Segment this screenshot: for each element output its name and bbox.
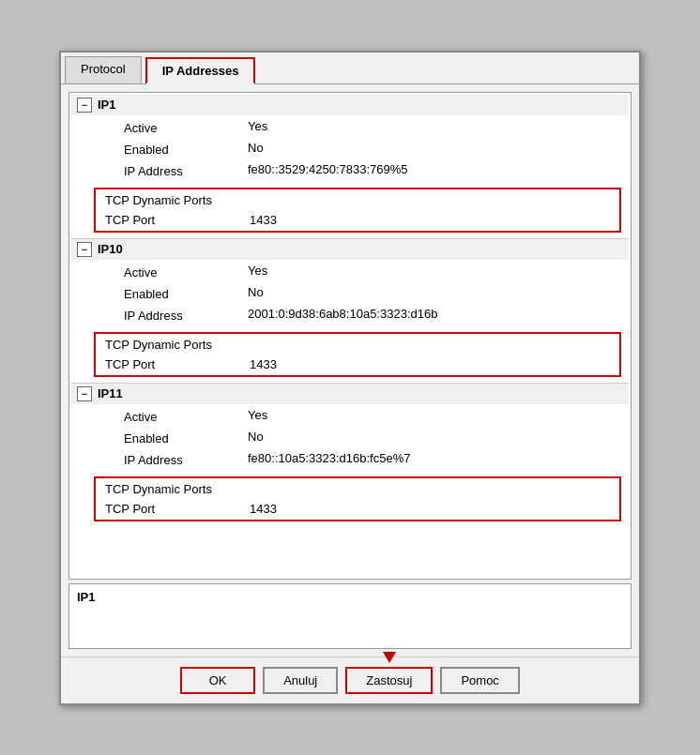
tab-bar: Protocol IP Addresses <box>61 53 639 84</box>
content-area: − IP1 Active Yes Enabled No IP <box>61 84 639 657</box>
status-text: IP1 <box>77 590 96 604</box>
ip11-active-label: Active <box>98 408 248 426</box>
ok-button[interactable]: OK <box>180 667 255 694</box>
button-row: OK Anuluj Zastosuj Pomoc <box>61 657 639 703</box>
ip10-tcp-port-label: TCP Port <box>98 355 248 373</box>
ip10-subsection: TCP Dynamic Ports TCP Port 1433 <box>94 332 621 377</box>
tree-panel[interactable]: − IP1 Active Yes Enabled No IP <box>68 92 632 580</box>
ip10-active-label: Active <box>98 264 248 281</box>
section-header-ip10[interactable]: − IP10 <box>71 238 629 260</box>
ip1-enabled-row: Enabled No <box>71 139 629 160</box>
section-label-ip1: IP1 <box>98 98 116 112</box>
ip11-subsection: TCP Dynamic Ports TCP Port 1433 <box>94 476 621 521</box>
arrow-down-icon <box>383 652 396 663</box>
ip10-active-row: Active Yes <box>71 262 629 283</box>
ip11-tcp-dynamic-label: TCP Dynamic Ports <box>98 480 248 498</box>
collapse-icon-ip1[interactable]: − <box>77 98 92 113</box>
ip11-tcp-port-row: TCP Port 1433 <box>98 500 617 518</box>
ip11-active-row: Active Yes <box>71 406 629 428</box>
ip1-enabled-label: Enabled <box>98 141 248 159</box>
dialog-window: Protocol IP Addresses − IP1 <box>59 51 641 705</box>
ip1-enabled-value: No <box>248 141 621 159</box>
ip10-active-value: Yes <box>248 264 621 281</box>
section-header-ip1[interactable]: − IP1 <box>71 95 629 115</box>
ip10-address-value: 2001:0:9d38:6ab8:10a5:3323:d16b <box>248 307 621 325</box>
status-bar: IP1 <box>68 583 632 649</box>
section-label-ip11: IP11 <box>98 386 123 400</box>
ip11-address-row: IP Address fe80::10a5:3323:d16b:fc5e%7 <box>71 449 629 471</box>
ip1-active-row: Active Yes <box>71 117 629 139</box>
ip11-tcp-port-value: 1433 <box>250 500 617 518</box>
ip10-tcp-dynamic-row: TCP Dynamic Ports <box>98 336 617 354</box>
ip1-tcp-dynamic-label: TCP Dynamic Ports <box>98 191 248 209</box>
section-header-ip11[interactable]: − IP11 <box>71 383 629 404</box>
ip10-tcp-dynamic-value <box>250 336 617 354</box>
collapse-icon-ip11[interactable]: − <box>77 386 92 401</box>
ip11-enabled-label: Enabled <box>98 430 248 447</box>
ip1-subsection-row: TCP Dynamic Ports TCP Port 1433 <box>71 184 629 236</box>
ip11-enabled-value: No <box>248 430 621 447</box>
ip10-tcp-port-value: 1433 <box>250 355 617 373</box>
ip1-active-label: Active <box>98 119 248 137</box>
tab-ip-addresses[interactable]: IP Addresses <box>145 57 256 84</box>
ip1-subsection: TCP Dynamic Ports TCP Port 1433 <box>94 188 621 233</box>
pomoc-button[interactable]: Pomoc <box>440 667 519 694</box>
ip11-subsection-row: TCP Dynamic Ports TCP Port 1433 <box>71 473 629 523</box>
ip10-address-label: IP Address <box>98 307 248 325</box>
collapse-icon-ip10[interactable]: − <box>77 242 92 257</box>
ip10-enabled-value: No <box>248 285 621 303</box>
ip11-tcp-dynamic-row: TCP Dynamic Ports <box>98 480 617 498</box>
ip1-address-value: fe80::3529:4250:7833:769%5 <box>248 162 621 180</box>
ip10-address-row: IP Address 2001:0:9d38:6ab8:10a5:3323:d1… <box>71 305 629 326</box>
ip11-tcp-port-label: TCP Port <box>98 500 248 518</box>
ip1-tcp-dynamic-value <box>250 191 617 209</box>
ip10-subsection-row: TCP Dynamic Ports TCP Port 1433 <box>71 328 629 381</box>
ip1-tcp-port-row: TCP Port 1433 <box>98 211 617 229</box>
ip10-tcp-port-row: TCP Port 1433 <box>98 355 617 373</box>
section-label-ip10: IP10 <box>98 242 123 256</box>
ip1-tcp-port-label: TCP Port <box>98 211 248 229</box>
ip11-address-label: IP Address <box>98 451 248 469</box>
ip10-tcp-dynamic-label: TCP Dynamic Ports <box>98 336 248 354</box>
ip-tree: − IP1 Active Yes Enabled No IP <box>69 93 631 525</box>
ip11-tcp-dynamic-value <box>250 480 617 498</box>
ip10-enabled-row: Enabled No <box>71 283 629 305</box>
ip1-active-value: Yes <box>248 119 621 137</box>
anuluj-button[interactable]: Anuluj <box>263 667 338 694</box>
ip11-enabled-row: Enabled No <box>71 428 629 449</box>
ip10-enabled-label: Enabled <box>98 285 248 303</box>
ip1-tcp-port-value: 1433 <box>250 211 617 229</box>
zastosuj-button[interactable]: Zastosuj <box>345 667 433 694</box>
ip11-address-value: fe80::10a5:3323:d16b:fc5e%7 <box>248 451 621 469</box>
ip1-address-label: IP Address <box>98 162 248 180</box>
ip1-tcp-dynamic-row: TCP Dynamic Ports <box>98 191 617 209</box>
tab-protocol[interactable]: Protocol <box>65 56 142 83</box>
ip11-active-value: Yes <box>248 408 621 426</box>
ip1-address-row: IP Address fe80::3529:4250:7833:769%5 <box>71 160 629 182</box>
